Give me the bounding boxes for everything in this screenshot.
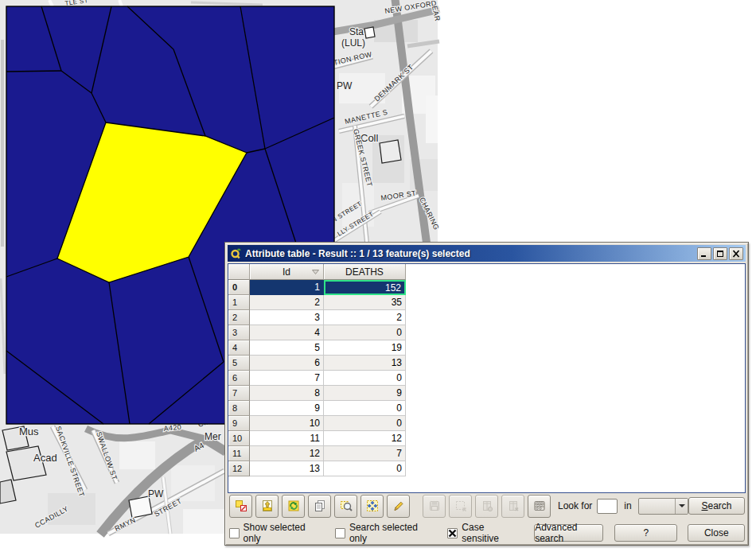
- move-selection-to-top-button[interactable]: [255, 495, 279, 518]
- check-x-icon: [448, 529, 457, 538]
- table-row[interactable]: 789: [228, 386, 745, 401]
- field-calculator-button[interactable]: [528, 495, 551, 518]
- row-header[interactable]: 0: [228, 280, 250, 295]
- minimize-button[interactable]: [697, 247, 711, 260]
- row-header[interactable]: 4: [228, 340, 250, 356]
- cell-id[interactable]: 10: [250, 416, 324, 431]
- pan-to-selection-button[interactable]: [360, 495, 384, 518]
- cell-deaths[interactable]: 19: [324, 340, 406, 356]
- cell-id[interactable]: 4: [250, 325, 324, 340]
- cell-id[interactable]: 3: [250, 310, 324, 325]
- row-header[interactable]: 9: [228, 416, 250, 431]
- close-button[interactable]: [729, 247, 743, 260]
- cell-deaths[interactable]: 152: [324, 280, 406, 295]
- delete-selected-icon: [454, 500, 467, 512]
- delete-column-button[interactable]: [501, 495, 524, 518]
- cell-id[interactable]: 8: [250, 386, 324, 401]
- column-header-deaths[interactable]: DEATHS: [324, 264, 406, 280]
- case-sensitive-checkbox[interactable]: [447, 528, 458, 538]
- case-sensitive-group[interactable]: Case sensitive: [447, 522, 521, 544]
- search-selected-only-checkbox[interactable]: [335, 528, 345, 538]
- cell-deaths[interactable]: 0: [324, 416, 406, 431]
- cell-id[interactable]: 1: [250, 280, 324, 295]
- cell-deaths[interactable]: 0: [324, 401, 406, 416]
- save-edits-button[interactable]: [423, 495, 446, 518]
- cell-id[interactable]: 7: [250, 371, 324, 386]
- help-button[interactable]: ?: [614, 524, 677, 542]
- row-header[interactable]: 6: [228, 371, 250, 386]
- invert-selection-button[interactable]: [282, 495, 305, 518]
- delete-selected-button[interactable]: [449, 495, 472, 518]
- field-select[interactable]: [638, 498, 688, 515]
- advanced-search-button[interactable]: Advanced search: [534, 524, 603, 542]
- row-header[interactable]: 7: [228, 386, 250, 401]
- table-row[interactable]: 232: [228, 310, 745, 325]
- attribute-table[interactable]: Id DEATHS 011521235232340451956136707898…: [228, 263, 746, 493]
- cell-id[interactable]: 13: [250, 461, 324, 476]
- titlebar[interactable]: Attribute table - Result :: 1 / 13 featu…: [228, 245, 746, 262]
- cell-id[interactable]: 2: [250, 295, 324, 310]
- combo-dropdown-button[interactable]: [675, 499, 688, 514]
- cell-id[interactable]: 9: [250, 401, 324, 416]
- maximize-icon: [715, 250, 725, 258]
- cell-deaths[interactable]: 0: [324, 325, 406, 340]
- cell-id[interactable]: 5: [250, 340, 324, 356]
- map-label: Mer: [205, 431, 221, 442]
- table-row[interactable]: 9100: [228, 416, 745, 431]
- row-header[interactable]: 2: [228, 310, 250, 325]
- table-body: 0115212352323404519561367078989091001011…: [228, 280, 745, 476]
- row-header[interactable]: 12: [228, 461, 250, 476]
- pan-to-selection-icon: [366, 500, 379, 512]
- show-selected-only-group[interactable]: Show selected only: [229, 522, 322, 544]
- cell-deaths[interactable]: 0: [324, 371, 406, 386]
- show-selected-only-checkbox[interactable]: [229, 528, 240, 538]
- column-header-id[interactable]: Id: [250, 264, 324, 280]
- cell-deaths[interactable]: 0: [324, 461, 406, 476]
- table-row[interactable]: 12130: [228, 461, 745, 476]
- in-label: in: [624, 500, 631, 511]
- table-row[interactable]: 1235: [228, 295, 745, 310]
- row-header[interactable]: 5: [228, 356, 250, 371]
- copy-icon: [314, 500, 326, 512]
- close-dialog-button[interactable]: Close: [688, 524, 745, 542]
- table-row[interactable]: 5613: [228, 356, 745, 371]
- table-row[interactable]: 4519: [228, 340, 745, 356]
- row-header[interactable]: 1: [228, 295, 250, 310]
- new-column-button[interactable]: [475, 495, 498, 518]
- table-row[interactable]: 890: [228, 401, 745, 416]
- table-row[interactable]: 340: [228, 325, 745, 340]
- close-icon: [731, 250, 741, 258]
- unselect-all-icon: [235, 500, 247, 512]
- row-header[interactable]: 11: [228, 446, 250, 461]
- toolbar: Look for in Search: [229, 494, 745, 518]
- cell-deaths[interactable]: 13: [324, 356, 406, 371]
- table-corner-header[interactable]: [228, 264, 250, 280]
- table-row[interactable]: 670: [228, 371, 745, 386]
- cell-deaths[interactable]: 35: [324, 295, 406, 310]
- row-header[interactable]: 3: [228, 325, 250, 340]
- cell-deaths[interactable]: 12: [324, 431, 406, 446]
- search-selected-only-group[interactable]: Search selected only: [335, 522, 435, 544]
- table-row[interactable]: 11127: [228, 446, 745, 461]
- maximize-button[interactable]: [713, 247, 727, 260]
- table-row[interactable]: 01152: [228, 280, 745, 295]
- search-selected-only-label: Search selected only: [349, 522, 435, 544]
- cell-id[interactable]: 12: [250, 446, 324, 461]
- cell-deaths[interactable]: 9: [324, 386, 406, 401]
- map-label: (LUL): [341, 37, 365, 49]
- search-button[interactable]: Search: [688, 497, 745, 515]
- look-for-input[interactable]: [597, 499, 618, 514]
- table-header-row: Id DEATHS: [228, 264, 745, 280]
- cell-id[interactable]: 11: [250, 431, 324, 446]
- toggle-editing-button[interactable]: [387, 495, 410, 518]
- cell-deaths[interactable]: 2: [324, 310, 406, 325]
- copy-selected-rows-button[interactable]: [308, 495, 331, 518]
- show-selected-only-label: Show selected only: [244, 522, 323, 544]
- row-header[interactable]: 8: [228, 401, 250, 416]
- zoom-to-selection-button[interactable]: [334, 495, 357, 518]
- row-header[interactable]: 10: [228, 431, 250, 446]
- unselect-all-button[interactable]: [229, 495, 252, 518]
- table-row[interactable]: 101112: [228, 431, 745, 446]
- cell-deaths[interactable]: 7: [324, 446, 406, 461]
- cell-id[interactable]: 6: [250, 356, 324, 371]
